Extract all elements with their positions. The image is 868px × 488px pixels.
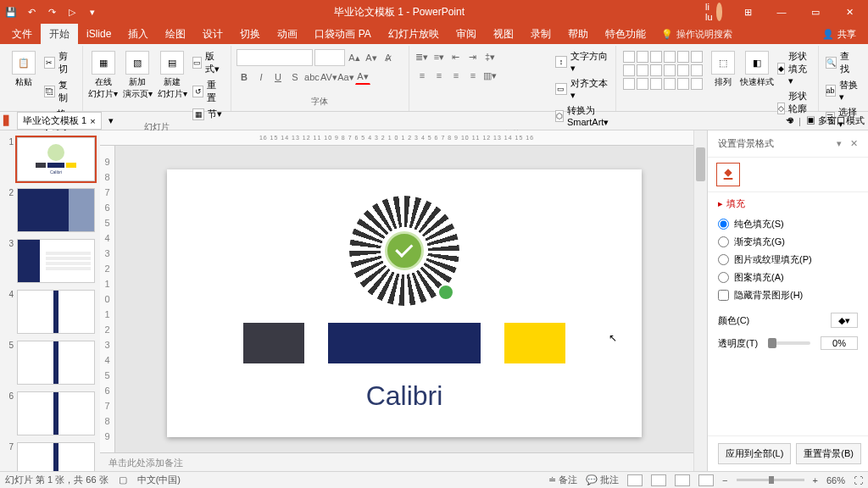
copy-button[interactable]: ⿻复制 (42, 78, 77, 105)
tab-features[interactable]: 特色功能 (597, 24, 654, 44)
reading-view-button[interactable] (675, 474, 690, 486)
tab-animations[interactable]: 动画 (269, 24, 306, 44)
tab-view[interactable]: 视图 (485, 24, 522, 44)
italic-button[interactable]: I (253, 69, 269, 85)
thumbnail-3[interactable] (17, 239, 95, 283)
maximize-button[interactable]: ▭ (800, 3, 831, 21)
multi-window-mode[interactable]: ▣ 多窗口模式 (806, 114, 865, 127)
paste-button[interactable]: 📋粘贴 (8, 49, 39, 90)
tab-transitions[interactable]: 切换 (231, 24, 269, 44)
slide-canvas[interactable]: Calibri (167, 169, 642, 437)
gradient-fill-radio[interactable]: 渐变填充(G) (718, 233, 858, 251)
new-slide-button[interactable]: ▤新建幻灯片▾ (157, 49, 188, 102)
language-indicator[interactable]: 中文(中国) (137, 474, 181, 486)
tab-insert[interactable]: 插入 (120, 24, 157, 44)
pane-close-icon[interactable]: ✕ (850, 138, 858, 149)
transparency-slider[interactable] (768, 341, 810, 345)
thumbnail-1[interactable]: Calibri (17, 137, 95, 181)
zoom-out-button[interactable]: − (722, 475, 727, 485)
tab-design[interactable]: 设计 (194, 24, 231, 44)
transparency-input[interactable] (821, 336, 858, 350)
fill-tab-icon[interactable] (716, 163, 740, 186)
share-button[interactable]: 👤 共享 (814, 28, 865, 41)
ruler-horizontal[interactable]: 16 15 14 13 12 11 10 9 8 7 6 5 4 3 2 1 0… (100, 130, 693, 146)
layout-button[interactable]: ▭版式▾ (191, 49, 225, 76)
zoom-in-button[interactable]: + (813, 475, 818, 485)
ribbon-options-icon[interactable]: ⊞ (732, 3, 763, 21)
slide-counter[interactable]: 幻灯片 第 1 张，共 66 张 (5, 474, 108, 486)
align-center-button[interactable]: ≡ (431, 68, 447, 83)
fit-to-window-button[interactable]: ⛶ (854, 475, 863, 485)
bold-button[interactable]: B (236, 69, 252, 85)
pattern-fill-radio[interactable]: 图案填充(A) (718, 269, 858, 286)
scrollbar-thumb[interactable] (696, 147, 705, 181)
change-case-button[interactable]: Aa▾ (338, 69, 353, 85)
strike-button[interactable]: S (287, 69, 303, 85)
color-picker-button[interactable]: ◆▾ (831, 313, 858, 328)
slideshow-from-start-icon[interactable]: ▷ (64, 4, 80, 19)
line-spacing-button[interactable]: ‡▾ (482, 49, 498, 64)
user-account[interactable]: li lu (698, 3, 729, 21)
tab-islide[interactable]: iSlide (78, 24, 120, 44)
quick-styles-button[interactable]: ◧快速样式 (742, 49, 772, 90)
picture-fill-radio[interactable]: 图片或纹理填充(P) (718, 251, 858, 269)
tab-review[interactable]: 审阅 (448, 24, 485, 44)
new-from-button[interactable]: ▧新加演示页▾ (122, 49, 153, 102)
font-color-button[interactable]: A▾ (355, 69, 370, 85)
smartart-button[interactable]: ⬡转换为 SmartArt▾ (554, 103, 614, 129)
thumbnail-2[interactable] (17, 188, 95, 232)
align-text-button[interactable]: ▭对齐文本▾ (554, 76, 614, 102)
underline-button[interactable]: U (270, 69, 286, 85)
thumbnail-6[interactable] (17, 391, 95, 435)
font-name-input[interactable] (236, 49, 313, 66)
ruler-vertical[interactable]: 9876543210123456789 (100, 146, 115, 452)
normal-view-button[interactable] (627, 474, 643, 486)
notes-pane[interactable]: 单击此处添加备注 (100, 452, 693, 471)
document-tab[interactable]: 毕业论文模板 1 × (17, 112, 102, 130)
close-tab-icon[interactable]: × (90, 116, 95, 126)
thumbnail-7[interactable] (17, 442, 95, 471)
columns-button[interactable]: ▥▾ (482, 68, 498, 83)
find-button[interactable]: 🔍查找 (824, 49, 860, 76)
vertical-scrollbar[interactable] (693, 130, 707, 471)
undo-icon[interactable]: ↶ (24, 4, 39, 19)
char-spacing-button[interactable]: AV▾ (321, 69, 337, 85)
comments-toggle[interactable]: 💬 批注 (586, 474, 619, 486)
thumbnail-4[interactable] (17, 290, 95, 334)
save-icon[interactable]: 💾 (3, 4, 19, 19)
arrange-button[interactable]: ⬚排列 (708, 49, 738, 90)
increase-font-icon[interactable]: A▴ (347, 50, 362, 65)
apply-to-all-button[interactable]: 应用到全部(L) (718, 443, 791, 464)
shape-fill-button[interactable]: ◆形状填充▾ (776, 49, 813, 87)
font-size-input[interactable] (314, 49, 345, 66)
tab-draw[interactable]: 绘图 (157, 24, 194, 44)
numbering-button[interactable]: ≡▾ (431, 49, 447, 64)
indent-inc-button[interactable]: ⇥ (465, 49, 481, 64)
indent-dec-button[interactable]: ⇤ (448, 49, 464, 64)
shapes-gallery[interactable] (621, 49, 704, 92)
cut-button[interactable]: ✂剪切 (42, 49, 77, 76)
section-button[interactable]: ▦节▾ (191, 107, 225, 121)
online-slide-button[interactable]: ▦在线幻灯片▾ (88, 49, 120, 102)
tab-slideshow[interactable]: 幻灯片放映 (380, 24, 448, 44)
notes-toggle[interactable]: ≐ 备注 (548, 474, 577, 486)
replace-button[interactable]: ab替换▾ (824, 78, 860, 103)
zoom-slider[interactable] (737, 479, 804, 481)
pane-dropdown-icon[interactable]: ▾ (837, 138, 842, 149)
align-left-button[interactable]: ≡ (415, 68, 430, 83)
slideshow-view-button[interactable] (698, 474, 714, 486)
text-direction-button[interactable]: ↕文字方向▾ (554, 49, 614, 75)
tab-recording[interactable]: 录制 (522, 24, 559, 44)
tab-home[interactable]: 开始 (41, 24, 78, 44)
tab-pocket-anim[interactable]: 口袋动画 PA (306, 24, 379, 44)
qat-more-icon[interactable]: ▾ (85, 4, 100, 19)
thumbnail-5[interactable] (17, 341, 95, 385)
reset-button[interactable]: ↺重置 (191, 78, 225, 105)
decrease-font-icon[interactable]: A▾ (364, 50, 379, 65)
shadow-button[interactable]: abc (304, 69, 320, 85)
restore-window-icon[interactable]: ⟲ (786, 115, 793, 126)
hide-bg-checkbox[interactable]: 隐藏背景图形(H) (718, 286, 858, 304)
tab-file[interactable]: 文件 (3, 24, 41, 44)
minimize-button[interactable]: — (766, 3, 797, 21)
sorter-view-button[interactable] (651, 474, 666, 486)
